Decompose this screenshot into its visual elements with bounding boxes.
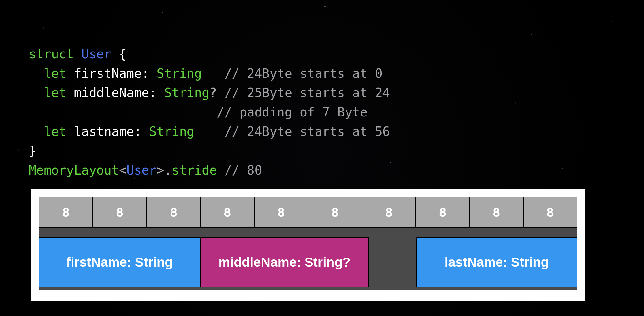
keyword-let: let <box>44 86 66 100</box>
comment-line-5: // 80 <box>224 163 262 177</box>
byte-cell: 8 <box>416 197 469 228</box>
indent <box>29 66 44 81</box>
indent <box>29 86 44 100</box>
byte-row: 8888888888 <box>39 197 577 228</box>
field-row: firstName: StringmiddleName: String?last… <box>39 237 577 287</box>
memory-diagram: 8888888888 firstName: StringmiddleName: … <box>39 197 577 290</box>
colon: : <box>142 66 149 81</box>
type-string: String <box>149 124 194 139</box>
brace-close: } <box>29 144 36 158</box>
optional-mark: ? <box>209 86 217 100</box>
byte-cell: 8 <box>39 197 93 228</box>
byte-cell: 8 <box>201 197 254 228</box>
code-block: struct User { let firstName: String // 2… <box>29 25 390 199</box>
colon: : <box>134 124 142 139</box>
byte-cell: 8 <box>362 197 416 228</box>
slide-stage: struct User { let firstName: String // 2… <box>0 0 644 316</box>
byte-cell: 8 <box>93 197 147 228</box>
dot: . <box>164 163 172 177</box>
comment-line-3: // padding of 7 Byte <box>217 105 367 119</box>
stride-prop: stride <box>172 163 217 177</box>
byte-cell: 8 <box>308 197 362 228</box>
byte-cell: 8 <box>523 197 577 228</box>
angle-close: > <box>157 163 164 177</box>
ml-type-user: User <box>127 163 157 177</box>
field-box: firstName: String <box>39 237 200 287</box>
type-string: String <box>164 86 210 100</box>
memory-diagram-frame: 8888888888 firstName: StringmiddleName: … <box>31 189 585 301</box>
byte-cell: 8 <box>470 197 523 228</box>
brace-open: { <box>119 47 127 61</box>
field-box: middleName: String? <box>200 237 369 287</box>
keyword-let: let <box>44 66 66 81</box>
indent <box>29 124 44 139</box>
keyword-let: let <box>44 124 66 139</box>
field-lastname: lastname <box>74 124 134 139</box>
type-name-user: User <box>82 47 112 61</box>
byte-cell: 8 <box>254 197 308 228</box>
field-box: lastName: String <box>416 237 577 287</box>
memorylayout: MemoryLayout <box>29 163 119 177</box>
byte-cell: 8 <box>147 197 200 228</box>
keyword-struct: struct <box>29 47 74 61</box>
angle-open: < <box>119 163 127 177</box>
type-string: String <box>157 66 202 81</box>
field-middlename: middleName <box>74 86 149 100</box>
field-firstname: firstName <box>74 66 142 81</box>
comment-line-1: // 24Byte starts at 0 <box>224 66 382 81</box>
comment-line-2: // 25Byte starts at 24 <box>224 86 390 100</box>
colon: : <box>149 86 157 100</box>
comment-line-4: // 24Byte starts at 56 <box>224 124 390 139</box>
